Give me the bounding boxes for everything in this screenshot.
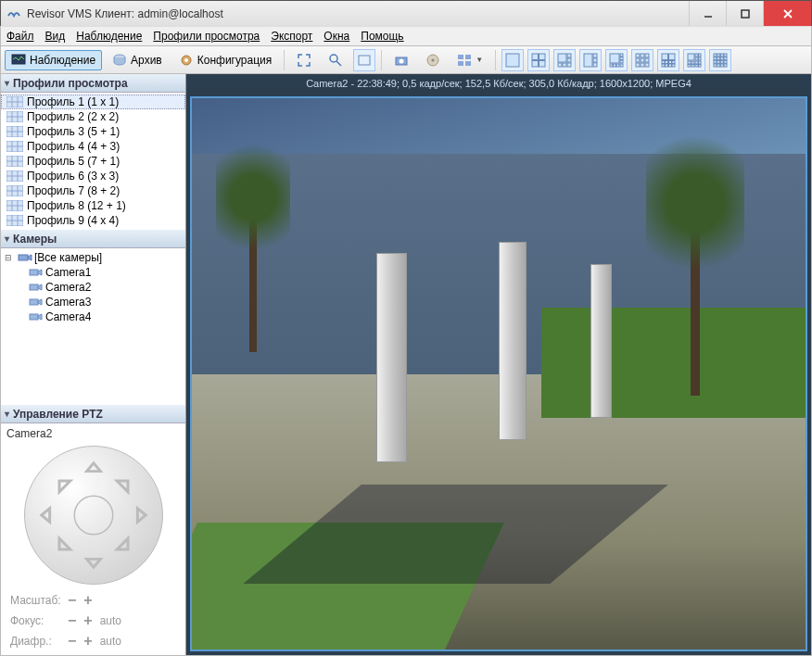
video-feed[interactable] [190,96,807,651]
profile-item[interactable]: Профиль 7 (8 + 2) [1,183,185,198]
mode-surveillance-button[interactable]: Наблюдение [5,50,102,70]
ptz-iris-auto-button[interactable]: auto [100,635,121,648]
ptz-panel-header[interactable]: ▾ Управление PTZ [1,405,185,423]
menu-file[interactable]: Файл [6,30,34,43]
svg-rect-29 [593,54,597,57]
grid-5p1-button[interactable] [553,49,576,71]
grid-8p2-button[interactable] [657,49,679,71]
svg-rect-61 [699,54,702,57]
cameras-root-label: [Все камеры] [34,251,102,264]
profile-item[interactable]: Профиль 5 (7 + 1) [1,154,185,169]
svg-rect-78 [720,57,723,59]
app-icon [6,6,21,21]
ptz-zoom-in-button[interactable]: + [83,592,92,609]
ptz-iris-label: Диафр.: [10,635,60,648]
grid-icon [6,185,23,196]
svg-rect-126 [30,284,38,290]
grid-12p1-button[interactable] [683,49,705,71]
tree-expander-icon[interactable]: ⊟ [5,253,16,262]
ptz-iris-close-button[interactable]: − [68,633,76,650]
profile-item[interactable]: Профиль 9 (4 x 4) [1,213,185,228]
mode-config-button[interactable]: Конфигурация [172,50,279,70]
svg-point-6 [330,55,337,62]
ptz-focus-auto-button[interactable]: auto [100,614,121,627]
profile-label: Профиль 4 (4 + 3) [27,140,120,153]
grid-icon [6,126,23,137]
camera-item[interactable]: Camera2 [5,280,182,295]
layout-dropdown[interactable]: ▼ [450,50,489,70]
record-button[interactable] [419,50,447,70]
grid-2x2-button[interactable] [527,49,550,71]
camera-item[interactable]: Camera4 [5,309,182,324]
profile-label: Профиль 6 (3 x 3) [27,170,119,183]
profiles-panel-title: Профили просмотра [13,77,128,90]
svg-rect-124 [19,255,28,260]
grid-icon [6,170,23,182]
ptz-focus-row: Фокус: − + auto [6,611,180,631]
grid-icon [6,96,23,107]
grid-4p3-button[interactable] [579,49,602,71]
menu-profiles[interactable]: Профили просмотра [153,30,260,43]
profile-item[interactable]: Профиль 2 (2 x 2) [1,109,185,124]
svg-rect-56 [666,64,668,67]
cameras-root[interactable]: ⊟ [Все камеры] [5,250,182,265]
profile-item[interactable]: Профиль 1 (1 x 1) [1,95,185,109]
svg-rect-46 [636,63,640,67]
menu-help[interactable]: Помощь [361,30,403,43]
profiles-panel-header[interactable]: ▾ Профили просмотра [1,74,185,93]
fullscreen-button[interactable] [290,50,318,70]
ptz-iris-open-button[interactable]: + [83,633,92,650]
sidebar: ▾ Профили просмотра Профиль 1 (1 x 1)Про… [1,74,186,655]
grid-1x1-button[interactable] [501,49,524,71]
grid-3x3-button[interactable] [631,49,653,71]
maximize-button[interactable] [726,1,763,26]
svg-rect-128 [30,314,38,320]
mode-archive-button[interactable]: Архив [106,50,169,70]
profile-item[interactable]: Профиль 3 (5 + 1) [1,124,185,139]
grid-icon [6,111,23,122]
svg-rect-44 [641,58,644,62]
menu-view[interactable]: Вид [45,30,66,43]
svg-rect-81 [717,60,720,63]
svg-line-7 [336,61,341,66]
grid-7p1-button[interactable] [605,49,628,71]
close-button[interactable] [763,1,811,26]
snapshot-button[interactable] [387,50,415,70]
ptz-focus-near-button[interactable]: − [68,612,76,629]
svg-rect-80 [714,60,717,63]
archive-icon [112,53,127,68]
grid-4x4-button[interactable] [709,49,731,71]
ptz-wheel[interactable] [24,446,163,585]
svg-rect-73 [717,54,720,57]
ptz-focus-label: Фокус: [10,614,60,627]
svg-rect-55 [662,64,665,67]
svg-rect-32 [610,54,619,63]
grid-icon [6,141,23,152]
menu-windows[interactable]: Окна [324,30,349,43]
grid-icon [6,156,23,167]
svg-rect-22 [558,54,566,62]
ptz-focus-far-button[interactable]: + [83,612,92,629]
svg-rect-33 [620,54,623,57]
camera-icon [29,282,44,293]
menu-export[interactable]: Экспорт [271,30,312,43]
profile-item[interactable]: Профиль 6 (3 x 3) [1,169,185,183]
svg-rect-1 [742,10,749,18]
svg-rect-27 [567,63,571,67]
mode-surveillance-label: Наблюдение [30,54,95,67]
cameras-tree: ⊟ [Все камеры] Camera1Camera2Camera3Came… [1,248,185,326]
cameras-panel-header[interactable]: ▾ Камеры [1,230,185,248]
svg-rect-58 [672,64,675,67]
profile-item[interactable]: Профиль 4 (4 + 3) [1,139,185,154]
minimize-button[interactable] [689,1,726,26]
camera-item[interactable]: Camera1 [5,265,182,280]
zoom-button[interactable] [322,50,349,70]
camera-item[interactable]: Camera3 [5,295,182,309]
profile-item[interactable]: Профиль 8 (12 + 1) [1,198,185,213]
ptz-zoom-out-button[interactable]: − [68,592,76,609]
aspect-button[interactable] [353,49,375,71]
svg-rect-48 [645,63,649,67]
svg-rect-59 [688,54,694,60]
svg-rect-2 [12,55,25,64]
menu-surveillance[interactable]: Наблюдение [76,30,142,43]
